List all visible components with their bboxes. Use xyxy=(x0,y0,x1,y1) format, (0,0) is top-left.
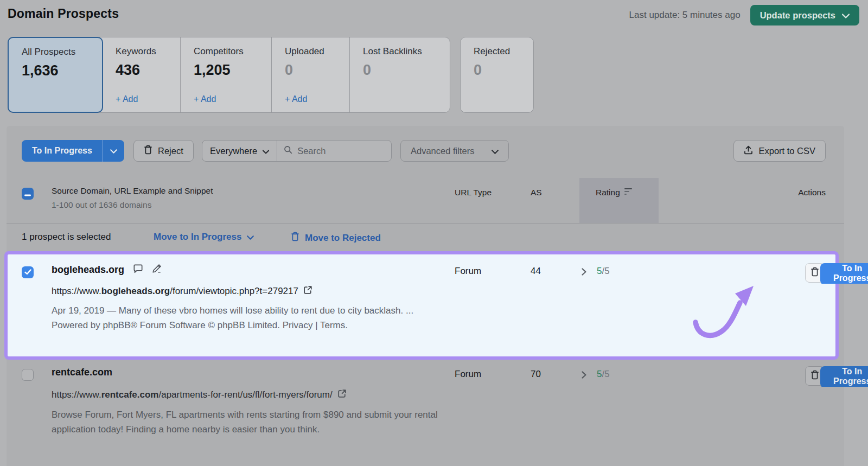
external-link-icon[interactable] xyxy=(337,389,347,401)
rating-column-header[interactable]: Rating xyxy=(596,188,632,197)
tab-count: 0 xyxy=(363,62,450,79)
pagination-info: 1-100 out of 1636 domains xyxy=(52,200,213,210)
chevron-down-icon xyxy=(263,146,269,156)
as-column-header[interactable]: AS xyxy=(531,188,542,197)
add-uploaded-link[interactable]: + Add xyxy=(285,94,307,104)
row-url-type: Forum xyxy=(455,266,481,277)
row-domain[interactable]: bogleheads.org xyxy=(52,264,124,276)
checkbox-minus-icon xyxy=(24,189,31,199)
selection-bar: 1 prospect is selected Move to In Progre… xyxy=(7,223,844,251)
tab-all-prospects[interactable]: All Prospects 1,636 xyxy=(8,37,103,113)
url-text[interactable]: https://www.bogleheads.org/forum/viewtop… xyxy=(52,286,298,297)
row-tools xyxy=(133,263,162,276)
table-toolbar: To In Progress Reject Everywhere Advance… xyxy=(7,140,844,162)
prospect-tabs: All Prospects 1,636 Keywords 436 + Add C… xyxy=(8,37,534,113)
to-in-progress-main[interactable]: To In Progress xyxy=(820,263,868,284)
url-text[interactable]: https://www.rentcafe.com/apartments-for-… xyxy=(52,390,333,400)
table-row-bogleheads: bogleheads.org Forum 44 5/5 To In Progre… xyxy=(4,251,839,360)
export-to-csv-button[interactable]: Export to CSV xyxy=(733,140,826,162)
row-url: https://www.bogleheads.org/forum/viewtop… xyxy=(52,285,312,297)
bulk-to-in-progress-caret[interactable] xyxy=(103,140,124,162)
row-checkbox[interactable] xyxy=(22,266,34,278)
table-header: Source Domain, URL Example and Snippet 1… xyxy=(7,178,844,223)
row-url: https://www.rentcafe.com/apartments-for-… xyxy=(52,389,347,401)
to-in-progress-button: To In Progress xyxy=(820,366,868,388)
sort-desc-icon xyxy=(624,188,632,195)
advanced-filters-button[interactable]: Advanced filters xyxy=(400,140,509,162)
move-to-rejected-label: Move to Rejected xyxy=(305,233,381,244)
add-keywords-link[interactable]: + Add xyxy=(116,94,138,104)
row-snippet: Browse Forum, Fort Myers, FL apartments … xyxy=(52,407,438,437)
search-scope-dropdown[interactable]: Everywhere xyxy=(202,141,277,161)
row-checkbox[interactable] xyxy=(22,369,34,381)
tab-uploaded[interactable]: Uploaded 0 + Add xyxy=(272,37,350,112)
tab-competitors[interactable]: Competitors 1,205 + Add xyxy=(181,37,272,112)
search-icon xyxy=(284,145,292,156)
row-authority-score: 44 xyxy=(531,266,541,277)
export-label: Export to CSV xyxy=(758,146,815,156)
update-prospects-label: Update prospects xyxy=(760,10,835,21)
chevron-down-icon xyxy=(492,146,499,156)
update-prospects-button[interactable]: Update prospects xyxy=(750,5,859,25)
rating-max: /5 xyxy=(602,266,609,276)
chevron-down-icon xyxy=(247,232,254,242)
table-row-rentcafe: rentcafe.com Forum 70 5/5 To In Progress… xyxy=(7,362,844,466)
bulk-to-in-progress-button: To In Progress xyxy=(22,140,124,162)
prospects-table-panel: To In Progress Reject Everywhere Advance… xyxy=(7,126,844,466)
bulk-to-in-progress-main[interactable]: To In Progress xyxy=(22,140,103,162)
tabs-group: All Prospects 1,636 Keywords 436 + Add C… xyxy=(8,37,450,113)
row-actions: To In Progress xyxy=(805,263,825,283)
source-column-label: Source Domain, URL Example and Snippet xyxy=(52,186,213,196)
advanced-filters-label: Advanced filters xyxy=(411,146,474,156)
chevron-down-icon xyxy=(110,147,117,155)
tab-label: Rejected xyxy=(474,46,533,57)
reject-button[interactable]: Reject xyxy=(133,140,194,162)
rating-column-highlight xyxy=(579,178,659,223)
to-in-progress-main[interactable]: To In Progress xyxy=(820,366,868,387)
chevron-right-icon[interactable] xyxy=(582,268,586,278)
edit-pencil-icon[interactable] xyxy=(151,263,162,276)
chevron-down-icon xyxy=(842,10,850,21)
url-type-column-header[interactable]: URL Type xyxy=(455,188,492,197)
tab-rejected[interactable]: Rejected 0 xyxy=(460,37,534,113)
search-input[interactable] xyxy=(297,146,417,156)
tab-label: Competitors xyxy=(194,46,271,57)
row-actions: To In Progress xyxy=(805,366,825,386)
tab-label: Uploaded xyxy=(285,46,349,57)
selection-count-text: 1 prospect is selected xyxy=(22,232,111,242)
row-snippet: Apr 19, 2019 — Many of these vbro homes … xyxy=(52,303,438,333)
row-rating: 5/5 xyxy=(597,369,610,380)
annotation-arrow xyxy=(689,282,765,342)
tab-count: 1,636 xyxy=(22,62,102,79)
tab-count: 0 xyxy=(474,62,533,79)
tab-label: Keywords xyxy=(116,46,180,57)
reject-label: Reject xyxy=(158,146,183,156)
tab-label: All Prospects xyxy=(22,47,102,58)
move-to-in-progress-label: Move to In Progress xyxy=(154,232,241,242)
search-control: Everywhere xyxy=(202,140,392,162)
trash-icon xyxy=(810,267,819,279)
to-in-progress-button: To In Progress xyxy=(820,263,868,285)
tab-lost-backlinks[interactable]: Lost Backlinks 0 xyxy=(350,37,450,112)
source-column-header: Source Domain, URL Example and Snippet 1… xyxy=(52,186,213,210)
tab-count: 436 xyxy=(116,62,180,79)
trash-icon xyxy=(810,370,819,382)
header-actions: Last update: 5 minutes ago Update prospe… xyxy=(629,4,859,26)
tab-label: Lost Backlinks xyxy=(363,46,450,57)
external-link-icon[interactable] xyxy=(303,285,312,297)
add-competitors-link[interactable]: + Add xyxy=(194,94,216,104)
row-authority-score: 70 xyxy=(531,369,541,380)
move-to-rejected-link[interactable]: Move to Rejected xyxy=(291,232,381,244)
search-scope-label: Everywhere xyxy=(210,146,257,156)
rating-max: /5 xyxy=(602,369,609,379)
page-title: Domain Prospects xyxy=(8,7,119,21)
comment-icon[interactable] xyxy=(133,264,143,276)
move-to-in-progress-link[interactable]: Move to In Progress xyxy=(154,232,254,242)
chevron-right-icon[interactable] xyxy=(582,371,586,381)
row-domain[interactable]: rentcafe.com xyxy=(52,367,112,378)
select-all-checkbox[interactable] xyxy=(22,188,34,200)
tab-count: 0 xyxy=(285,62,349,79)
row-url-type: Forum xyxy=(455,369,481,380)
tab-count: 1,205 xyxy=(194,62,271,79)
tab-keywords[interactable]: Keywords 436 + Add xyxy=(103,37,181,112)
